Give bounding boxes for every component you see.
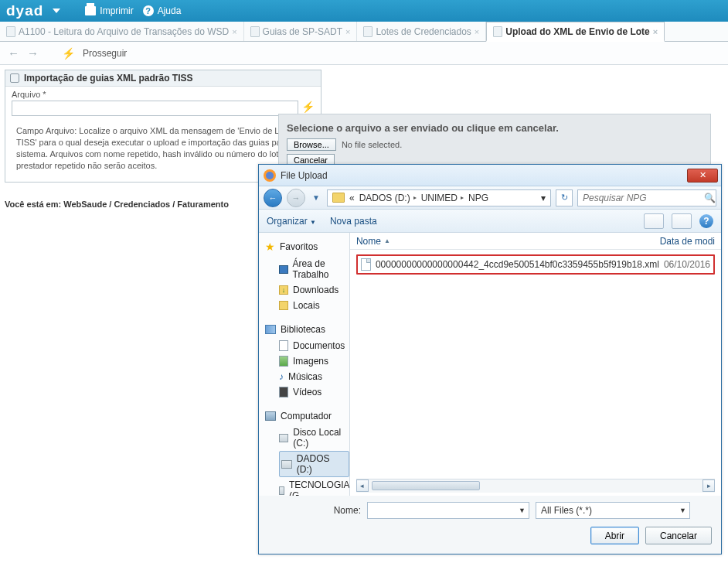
refresh-button[interactable]: ↻ [556,189,573,206]
cancelar-dialog-button[interactable]: Cancelar [645,527,712,544]
close-icon[interactable]: × [345,27,350,36]
document-icon [6,26,15,37]
dialog-titlebar: File Upload ✕ [259,165,721,186]
downloads-icon [279,285,288,295]
print-label: Imprimir [100,5,133,16]
file-row[interactable]: 00000000000000000442_4ccd9e500514bf0c335… [356,254,715,275]
scroll-thumb[interactable] [372,481,480,490]
view-mode-button[interactable] [644,213,664,229]
path-part[interactable]: UNIMED [421,193,458,203]
documents-icon [279,340,288,351]
file-list-header: Nome ▲ Data de modi [350,233,721,250]
file-icon [361,258,371,271]
folder-tree: ★Favoritos Área de Trabalho Downloads Lo… [259,233,350,496]
tab-a1100[interactable]: A1100 - Leitura do Arquivo de Transações… [0,22,244,41]
dialog-footer: Nome: ▼ All Files (*.*) ▼ Abrir Cancelar [259,496,721,554]
tab-label: Guias de SP-SADT [263,26,342,37]
page-toolbar: ← → ⚡ Prosseguir [0,42,728,65]
file-date: 06/10/2016 [664,259,710,270]
tree-downloads[interactable]: Downloads [279,282,349,298]
brand-menu-chevron-icon[interactable] [53,9,60,13]
desktop-icon [279,265,288,274]
filter-value: All Files (*.*) [541,505,592,516]
close-icon[interactable]: × [653,27,658,36]
tree-imagens[interactable]: Imagens [279,353,349,369]
drive-icon [281,460,292,469]
tab-lotes-credenciados[interactable]: Lotes de Credenciados × [357,22,486,41]
search-input[interactable] [583,193,699,203]
search-box[interactable]: 🔍 [577,189,716,206]
print-icon [85,6,96,15]
filter-combo[interactable]: All Files (*.*) ▼ [536,502,690,519]
back-arrow-icon[interactable]: ← [8,46,19,60]
flash-icon: ⚡ [301,101,315,113]
panel-header: Importação de guias XML padrão TISS [5,70,321,87]
brand-logo: dyad [6,2,43,19]
dialog-help-button[interactable]: ? [699,214,713,228]
tree-videos[interactable]: Vídeos [279,384,349,400]
dialog-title: File Upload [281,170,328,181]
search-icon: 🔍 [704,193,716,203]
star-icon: ★ [265,241,275,253]
tree-bibliotecas[interactable]: Bibliotecas [265,321,349,338]
library-icon [265,325,276,334]
nav-forward-button[interactable]: → [287,189,305,207]
drive-icon [279,434,288,442]
nome-combo[interactable]: ▼ [367,502,529,519]
tab-label: A1100 - Leitura do Arquivo de Transações… [19,26,229,37]
organizar-menu[interactable]: Organizar ▼ [267,216,316,227]
path-part[interactable]: NPG [468,193,488,203]
forward-arrow-icon[interactable]: → [27,46,39,60]
bolt-icon: ⚡ [62,47,75,60]
col-date-label[interactable]: Data de modi [645,236,715,247]
nav-back-button[interactable]: ← [264,189,282,207]
path-breadcrumb[interactable]: « DADOS (D:)▸ UNIMED▸ NPG ▾ [327,189,551,206]
chevron-right-icon: ▸ [461,194,464,201]
nome-label: Nome: [268,505,361,516]
abrir-button[interactable]: Abrir [590,527,639,544]
prosseguir-button[interactable]: Prosseguir [83,48,127,59]
dialog-nav: ← → ▼ « DADOS (D:)▸ UNIMED▸ NPG ▾ ↻ 🔍 [259,186,721,210]
print-button[interactable]: Imprimir [85,5,133,16]
close-dialog-button[interactable]: ✕ [687,169,718,183]
computer-icon [265,411,276,421]
horizontal-scrollbar[interactable]: ◂ ▸ [356,479,715,493]
upload-heading: Selecione o arquivo a ser enviado ou cli… [287,122,702,134]
scroll-left-button[interactable]: ◂ [356,479,369,492]
path-part[interactable]: DADOS (D:) [359,193,410,203]
file-name: 00000000000000000442_4ccd9e500514bf0c335… [376,259,659,270]
tree-computador[interactable]: Computador [265,408,349,425]
tab-label: Lotes de Credenciados [376,26,471,37]
path-sep: « [349,193,355,203]
close-icon[interactable]: × [232,27,236,36]
nav-history-chevron-icon[interactable]: ▼ [310,189,322,206]
tree-documentos[interactable]: Documentos [279,338,349,353]
tree-desktop[interactable]: Área de Trabalho [279,256,349,282]
tab-guias-spsadt[interactable]: Guias de SP-SADT × [244,22,358,41]
no-file-label: No file selected. [342,140,402,149]
arquivo-input[interactable] [12,101,298,116]
document-icon [250,26,260,37]
nova-pasta-button[interactable]: Nova pasta [330,216,377,227]
help-button[interactable]: ? Ajuda [143,5,182,16]
chevron-down-icon: ▼ [310,219,316,226]
col-name-label[interactable]: Nome [356,236,381,247]
folder-icon [279,301,288,310]
tree-locais[interactable]: Locais [279,298,349,313]
help-label: Ajuda [158,5,182,16]
tab-upload-xml[interactable]: Upload do XML de Envio de Lote × [486,22,665,42]
tree-tecnologia[interactable]: TECNOLOGIA (G [279,477,349,496]
scroll-right-button[interactable]: ▸ [702,479,715,492]
folder-icon [332,193,345,203]
tree-musicas[interactable]: Músicas [279,369,349,384]
tree-disco-c[interactable]: Disco Local (C:) [279,425,349,451]
help-icon: ? [143,5,154,16]
tree-favoritos[interactable]: ★Favoritos [265,237,349,256]
path-dropdown-icon[interactable]: ▾ [541,193,546,203]
browse-button[interactable]: Browse... [287,138,336,151]
close-icon[interactable]: × [475,27,479,36]
file-list-pane: Nome ▲ Data de modi 00000000000000000442… [350,233,721,496]
preview-pane-button[interactable] [672,213,692,229]
music-icon [279,371,284,382]
tree-dados-d[interactable]: DADOS (D:) [279,451,349,477]
